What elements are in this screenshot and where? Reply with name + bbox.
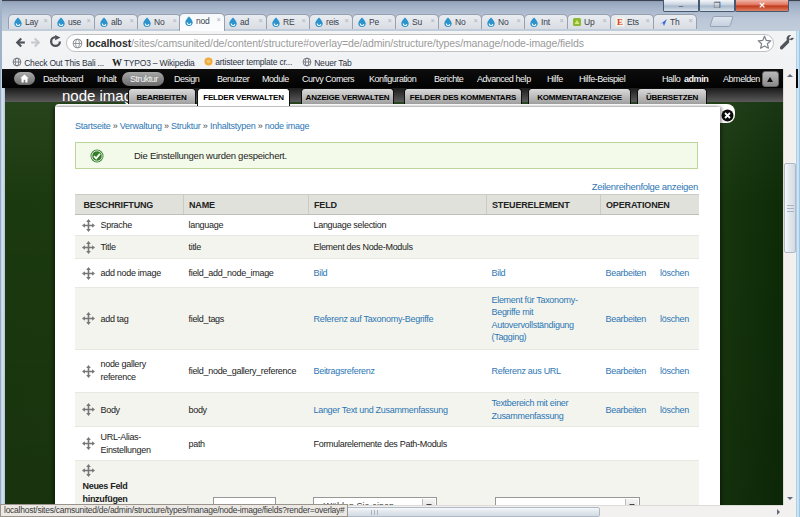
svg-text:E: E	[617, 17, 623, 27]
